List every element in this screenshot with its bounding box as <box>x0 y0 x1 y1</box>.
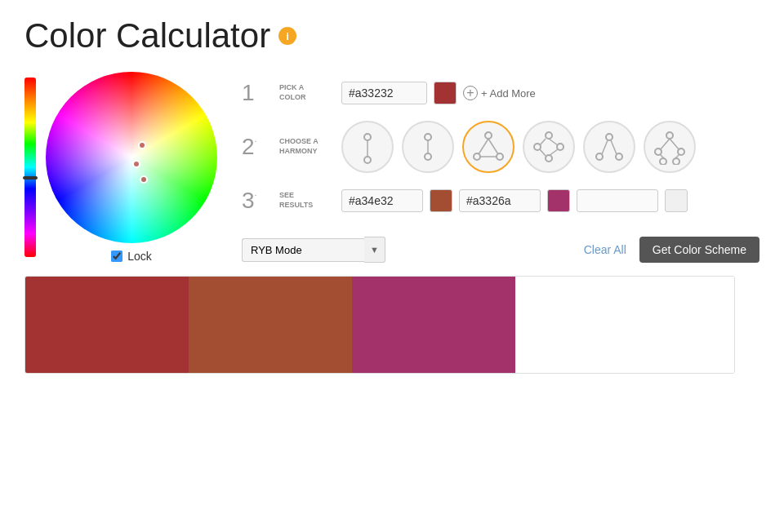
wheel-area: Lock <box>24 72 217 263</box>
get-color-scheme-button[interactable]: Get Color Scheme <box>639 237 760 263</box>
main-area: Lock 1 PICK A COLOR + + Add More 2. <box>24 72 760 263</box>
color-wheel-section: Lock <box>46 72 217 263</box>
svg-point-22 <box>616 153 622 160</box>
harmony-split[interactable] <box>644 121 696 173</box>
step2-row: 2. CHOOSE A HARMONY <box>242 121 760 173</box>
palette-swatch-2[interactable] <box>189 277 352 373</box>
svg-line-30 <box>660 139 670 150</box>
info-icon[interactable]: i <box>278 27 296 45</box>
svg-point-5 <box>425 153 431 160</box>
wheel-dot-2[interactable] <box>132 160 140 168</box>
svg-point-25 <box>666 132 673 139</box>
svg-point-29 <box>673 158 679 165</box>
svg-line-18 <box>540 149 546 156</box>
mode-select-wrapper: RYB Mode RGB Mode ▼ <box>242 237 385 263</box>
harmony-tetrad-icon <box>531 129 567 165</box>
wheel-controls: Lock <box>46 250 217 263</box>
step3-row: 3. SEE RESULTS <box>242 188 760 214</box>
result-input-2[interactable] <box>459 189 541 212</box>
palette-area <box>24 276 735 374</box>
title-text: Color Calculator <box>24 16 270 55</box>
palette-swatch-1[interactable] <box>25 277 189 373</box>
svg-point-2 <box>364 157 371 163</box>
svg-point-13 <box>557 144 564 150</box>
svg-line-17 <box>549 149 558 156</box>
step3-number: 3. <box>242 188 266 214</box>
svg-point-14 <box>546 155 552 162</box>
svg-line-9 <box>479 139 488 154</box>
svg-point-20 <box>596 153 603 160</box>
bottom-controls: RYB Mode RGB Mode ▼ Clear All Get Color … <box>242 237 760 263</box>
color-wheel[interactable] <box>46 72 217 243</box>
clear-all-button[interactable]: Clear All <box>584 243 626 256</box>
color-hex-input[interactable] <box>341 82 427 104</box>
step1-row: 1 PICK A COLOR + + Add More <box>242 80 760 106</box>
wheel-dot-3[interactable] <box>140 175 148 184</box>
harmony-complement-icon <box>410 129 446 165</box>
harmony-tetrad[interactable] <box>523 121 575 173</box>
svg-line-24 <box>611 140 617 154</box>
svg-point-0 <box>364 134 371 140</box>
svg-point-6 <box>485 132 492 139</box>
result-swatch-2[interactable] <box>547 189 570 212</box>
svg-line-31 <box>670 139 679 150</box>
step2-number: 2. <box>242 134 266 160</box>
hue-slider[interactable] <box>24 78 36 257</box>
step2-label: CHOOSE A HARMONY <box>279 137 328 156</box>
lock-label: Lock <box>127 250 152 263</box>
color-wheel-container <box>46 72 217 243</box>
step3-label: SEE RESULTS <box>279 191 328 210</box>
harmony-triad-icon <box>470 129 506 165</box>
hue-slider-handle <box>23 176 38 180</box>
right-buttons: Clear All Get Color Scheme <box>584 237 760 263</box>
svg-point-7 <box>474 153 480 160</box>
svg-point-3 <box>425 134 431 140</box>
svg-line-23 <box>602 140 608 154</box>
svg-line-16 <box>549 139 558 145</box>
result-input-3[interactable] <box>577 189 658 212</box>
svg-point-8 <box>497 153 503 160</box>
harmony-analogous[interactable] <box>583 121 635 173</box>
add-more-button[interactable]: + + Add More <box>463 86 536 100</box>
harmony-triad[interactable] <box>462 121 514 173</box>
svg-line-19 <box>540 139 546 145</box>
harmony-options <box>341 121 696 173</box>
harmony-analogous-icon <box>591 129 627 165</box>
color-input-group: + + Add More <box>341 82 536 104</box>
palette-swatch-3[interactable] <box>352 277 515 373</box>
step1-label: PICK A COLOR <box>279 83 328 102</box>
wheel-dot-1[interactable] <box>138 141 146 149</box>
lock-checkbox[interactable] <box>111 250 122 262</box>
plus-icon: + <box>463 86 478 100</box>
svg-point-21 <box>606 134 612 140</box>
svg-line-10 <box>488 139 498 154</box>
svg-point-28 <box>660 158 666 165</box>
right-panel: 1 PICK A COLOR + + Add More 2. CHOOSE A … <box>242 80 760 263</box>
page-title: Color Calculator i <box>24 16 760 55</box>
harmony-mono[interactable] <box>341 121 394 173</box>
color-swatch-1[interactable] <box>434 82 457 104</box>
mode-select[interactable]: RYB Mode RGB Mode <box>242 238 364 262</box>
harmony-split-icon <box>652 129 688 165</box>
palette-swatch-empty <box>515 277 734 373</box>
step1-number: 1 <box>242 80 266 106</box>
svg-point-12 <box>546 132 552 139</box>
harmony-complement[interactable] <box>402 121 454 173</box>
result-swatch-3[interactable] <box>665 189 688 212</box>
harmony-mono-icon <box>350 129 385 165</box>
results-group <box>341 189 688 212</box>
result-swatch-1[interactable] <box>430 189 452 212</box>
result-input-1[interactable] <box>341 189 423 212</box>
mode-select-arrow-icon[interactable]: ▼ <box>364 237 385 263</box>
